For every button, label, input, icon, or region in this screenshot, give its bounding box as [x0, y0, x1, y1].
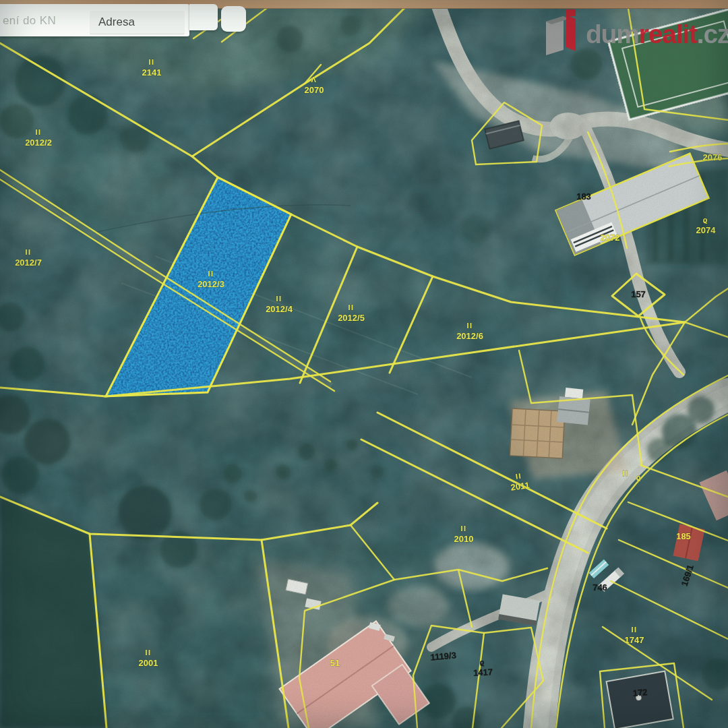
svg-text:1747: 1747 — [625, 635, 644, 645]
cadastral-map-view: II2141Λ2070II2012/2II2012/7II2012/3II201… — [0, 0, 728, 728]
svg-text:2012/7: 2012/7 — [15, 257, 42, 268]
parcel-label: 157 — [631, 289, 646, 299]
parcel-label: 185 — [676, 531, 691, 541]
svg-text:II: II — [208, 270, 214, 278]
parcel-label: 2072 — [601, 233, 620, 243]
svg-text:185: 185 — [676, 531, 691, 541]
kn-bar-extension — [189, 4, 218, 30]
svg-text:172: 172 — [632, 687, 648, 698]
svg-text:II: II — [148, 58, 154, 66]
svg-text:51: 51 — [330, 658, 340, 668]
parcel-label: 2076 — [703, 152, 723, 162]
svg-text:II: II — [348, 303, 354, 311]
svg-text:2001: 2001 — [139, 658, 158, 668]
parcel-label: 746 — [593, 582, 607, 593]
dumrealit-logo-icon — [543, 9, 580, 55]
logo-realit: realit — [639, 20, 697, 49]
svg-text:2012/2: 2012/2 — [25, 138, 52, 148]
texture-grain — [0, 0, 728, 728]
svg-text:II: II — [466, 322, 473, 330]
svg-text:II: II — [35, 128, 41, 136]
svg-text:2076: 2076 — [703, 152, 723, 162]
svg-text:2012/6: 2012/6 — [456, 331, 483, 341]
svg-text:183: 183 — [576, 191, 591, 202]
svg-text:II: II — [622, 469, 628, 477]
svg-text:2074: 2074 — [696, 225, 717, 235]
svg-text:2012/5: 2012/5 — [338, 313, 365, 323]
logo-cz: .cz — [697, 20, 728, 49]
svg-text:2070: 2070 — [305, 85, 324, 95]
svg-text:2012/4: 2012/4 — [266, 304, 293, 314]
svg-text:1417: 1417 — [473, 667, 493, 677]
address-input-label: Adresa — [90, 11, 185, 29]
map-canvas: II2141Λ2070II2012/2II2012/7II2012/3II201… — [0, 0, 728, 728]
svg-text:II: II — [25, 248, 31, 256]
svg-text:2072: 2072 — [601, 233, 620, 243]
parcel-label: ϱ — [636, 473, 642, 481]
svg-text:II: II — [515, 471, 522, 480]
svg-text:2012/3: 2012/3 — [198, 279, 224, 289]
parcel-label: 51 — [330, 658, 340, 668]
svg-text:ϱ: ϱ — [703, 216, 708, 224]
svg-text:2010: 2010 — [454, 534, 474, 544]
parcel-label: 183 — [576, 191, 591, 202]
parcel-label: II — [622, 469, 628, 477]
svg-text:Λ: Λ — [311, 75, 317, 84]
dumrealit-logo-text: dumrealit.cz — [586, 13, 728, 55]
svg-text:746: 746 — [593, 582, 607, 593]
kn-search-bar: ení do KN Adresa — [0, 4, 189, 36]
svg-text:ϱ: ϱ — [636, 473, 642, 481]
svg-text:II: II — [276, 295, 282, 303]
address-input[interactable]: Adresa — [90, 11, 185, 34]
svg-text:ϱ: ϱ — [479, 658, 485, 666]
parcel-label: 172 — [632, 687, 648, 698]
svg-text:II: II — [631, 626, 637, 634]
dumrealit-logo: dumrealit.cz — [543, 8, 728, 55]
map-tool-button[interactable] — [221, 6, 246, 32]
logo-dum: dum — [586, 20, 639, 49]
svg-text:157: 157 — [631, 289, 646, 299]
kn-bar-title: ení do KN — [3, 14, 56, 28]
svg-text:2141: 2141 — [142, 67, 162, 78]
svg-text:II: II — [460, 524, 466, 533]
svg-text:II: II — [145, 648, 151, 657]
